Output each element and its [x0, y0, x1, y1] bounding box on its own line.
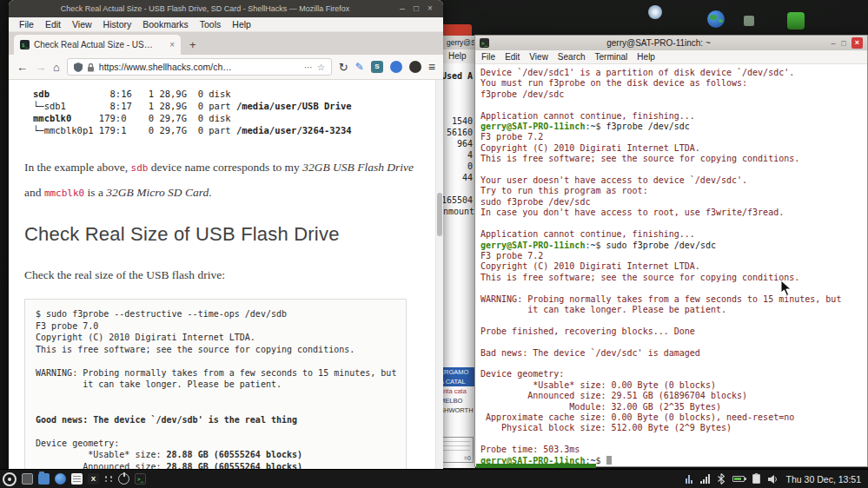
- hamburger-menu-icon[interactable]: ≡: [428, 60, 435, 74]
- paragraph-line: In the example above, sdb device name co…: [24, 155, 421, 181]
- terminal-line: Copyright (C) 2010 Digirati Internet LTD…: [480, 261, 862, 272]
- bluetooth-icon[interactable]: [718, 473, 725, 485]
- menu-item-bookmarks[interactable]: Bookmarks: [142, 19, 189, 30]
- desktop-icon-small[interactable]: [744, 16, 754, 26]
- list-item[interactable]: ERGAMO: [438, 367, 475, 377]
- menu-item-search[interactable]: Search: [558, 52, 586, 62]
- text-editor-icon[interactable]: [71, 473, 83, 485]
- list-item[interactable]: A CATAL: [438, 377, 475, 386]
- desktop-icon-cd[interactable]: [648, 5, 662, 19]
- battery-icon[interactable]: [732, 476, 745, 482]
- url-text[interactable]: https://www.shellhacks.com/ch…: [99, 62, 300, 72]
- terminal-output[interactable]: Device `/dev/sdc1' is a partition of dis…: [475, 64, 867, 466]
- file-manager-icon[interactable]: [38, 473, 50, 485]
- terminal-line: Device geometry:: [480, 369, 862, 379]
- menu-item-view[interactable]: View: [529, 52, 548, 62]
- terminal-launcher-icon[interactable]: >_: [135, 473, 146, 485]
- desktop-icon-globe[interactable]: [707, 10, 725, 28]
- browser-icon[interactable]: [55, 473, 66, 485]
- blue-extension-icon[interactable]: [390, 61, 402, 73]
- code-line: WARNING: Probing normally takes from a f…: [36, 367, 395, 379]
- page-heading: Check Real Size of USB Flash Drive: [24, 223, 421, 246]
- list-item[interactable]: anta cata: [438, 386, 475, 396]
- menu-item-edit[interactable]: Edit: [505, 52, 520, 62]
- show-desktop-icon[interactable]: [22, 473, 33, 485]
- menu-item-tools[interactable]: Tools: [200, 19, 222, 30]
- forward-button[interactable]: →: [35, 62, 46, 73]
- maximize-button[interactable]: □: [410, 0, 422, 17]
- list-item[interactable]: MELBO: [438, 396, 475, 406]
- strip-items: ERGAMOA CATALanta cataMELBOSHWORTH: [438, 367, 475, 415]
- tab-shellhacks[interactable]: $_ Check Real Actual Size - US… ×: [14, 35, 181, 55]
- menu-item-view[interactable]: View: [72, 19, 92, 30]
- screenshot-extension-icon[interactable]: ✎: [355, 61, 364, 73]
- terminal-line: sudo f3probe /dev/sdc: [480, 197, 862, 208]
- firefox-titlebar[interactable]: Check Real Actual Size - USB Flash Drive…: [9, 0, 443, 17]
- desktop: { "icons": { "minimize": "–", "maximize"…: [0, 0, 868, 488]
- menu-item-edit[interactable]: Edit: [45, 19, 61, 30]
- terminal-line: [480, 315, 862, 326]
- power-manager-icon[interactable]: [118, 473, 129, 485]
- terminal-line: This is free software; see the source fo…: [480, 273, 862, 283]
- page-actions-icon[interactable]: ⋯: [304, 63, 313, 72]
- menu-item-help[interactable]: Help: [232, 19, 251, 30]
- reload-button[interactable]: ↻: [339, 62, 348, 73]
- terminal-line: You must run f3probe on the disk device …: [480, 78, 862, 89]
- system-tray: Thu 30 Dec, 13:51: [686, 473, 868, 485]
- desktop-icon-green[interactable]: [787, 12, 805, 30]
- terminal-cursor: [606, 456, 612, 465]
- workspace-switcher-icon[interactable]: [104, 473, 113, 485]
- terminal-line: f3probe /dev/sdc: [480, 89, 862, 100]
- dark-extension-icon[interactable]: [409, 61, 421, 73]
- terminal-line: [480, 219, 862, 229]
- terminal-line: Probe finished, recovering blocks... Don…: [480, 326, 862, 337]
- audio-mixer-icon[interactable]: [686, 475, 692, 484]
- terminal-line: [480, 337, 862, 347]
- speaker-icon[interactable]: [768, 474, 779, 485]
- lock-icon[interactable]: [87, 63, 95, 72]
- menu-item-file[interactable]: File: [481, 52, 495, 62]
- code-line: [36, 425, 395, 438]
- url-bar[interactable]: https://www.shellhacks.com/ch… ⋯ ☆: [67, 58, 332, 76]
- list-item[interactable]: SHWORTH: [438, 406, 475, 415]
- code-line: └─sdb1 8:17 1 28,9G 0 part /media/user/U…: [33, 100, 421, 112]
- page-scrollbar[interactable]: [435, 80, 443, 473]
- code-line: └─mmcblk0p1 179:1 0 29,7G 0 part /media/…: [33, 124, 421, 136]
- f3-code-block: $ sudo f3probe --destructive --time-ops …: [24, 299, 407, 473]
- s-extension-icon[interactable]: S: [371, 61, 383, 73]
- terminal-close-button[interactable]: ×: [851, 37, 863, 49]
- menu-item-help[interactable]: Help: [637, 52, 655, 62]
- terminal-line: Your user doesn't have access to device …: [480, 175, 862, 186]
- code-line: *Usable* size: 28.88 GB (60555264 blocks…: [36, 449, 395, 461]
- taskbar-clock[interactable]: Thu 30 Dec, 13:51: [786, 474, 861, 485]
- minimize-button[interactable]: –: [396, 0, 408, 17]
- xterm-icon[interactable]: X: [88, 473, 99, 485]
- app-menu-icon[interactable]: [3, 472, 17, 486]
- bookmark-star-icon[interactable]: ☆: [317, 63, 325, 72]
- terminal-line: Module: 32.00 GB (2^35 Bytes): [480, 402, 862, 412]
- taskbar-launchers: X >_: [0, 472, 146, 486]
- close-button[interactable]: ×: [424, 0, 436, 17]
- clipboard-icon[interactable]: [752, 474, 760, 484]
- tab-close-icon[interactable]: ×: [169, 40, 175, 49]
- new-tab-button[interactable]: +: [189, 38, 196, 51]
- terminal-line: *Usable* size: 0.00 Byte (0 blocks): [480, 380, 862, 391]
- network-signal-icon[interactable]: [700, 474, 710, 484]
- back-button[interactable]: ←: [17, 62, 28, 73]
- terminal-line: Announced size: 29.51 GB (61896704 block…: [480, 391, 862, 401]
- code-line: Copyright (C) 2010 Digirati Internet LTD…: [36, 332, 395, 344]
- home-button[interactable]: ⌂: [53, 62, 60, 73]
- code-line: [36, 402, 395, 414]
- strip-bottom-box: =0: [438, 437, 474, 463]
- shield-icon[interactable]: [74, 63, 83, 72]
- firefox-navbar: ← → ⌂ https://www.shellhacks.com/ch… ⋯ ☆…: [9, 55, 443, 80]
- menu-item-history[interactable]: History: [103, 19, 132, 30]
- code-line: mmcblk0 179:0 0 29,7G 0 disk: [33, 112, 421, 124]
- terminal-maximize-button[interactable]: □: [838, 39, 849, 48]
- menu-item-terminal[interactable]: Terminal: [595, 52, 628, 62]
- scrollbar-thumb[interactable]: [437, 193, 442, 236]
- terminal-titlebar[interactable]: >_ gerry@SAT-PRO-11inch: ~ – □ ×: [475, 36, 867, 50]
- terminal-window-title: gerry@SAT-PRO-11inch: ~: [489, 38, 828, 48]
- terminal-minimize-button[interactable]: –: [828, 39, 838, 48]
- menu-item-file[interactable]: File: [19, 19, 34, 30]
